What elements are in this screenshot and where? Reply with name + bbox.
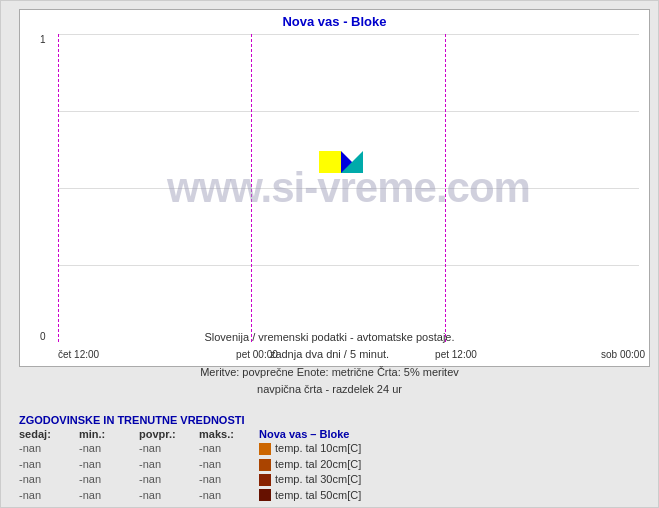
row1-maks: -nan	[199, 457, 259, 472]
header-station: Nova vas – Bloke	[259, 428, 350, 440]
row2-maks: -nan	[199, 472, 259, 487]
table-header-row: sedaj: min.: povpr.: maks.: Nova vas – B…	[19, 428, 650, 440]
table-section-title: ZGODOVINSKE IN TRENUTNE VREDNOSTI	[19, 414, 650, 426]
row2-label-cell: temp. tal 30cm[C]	[259, 472, 361, 487]
hline-25	[58, 111, 639, 112]
hline-75	[58, 265, 639, 266]
logo-yellow	[319, 151, 341, 173]
row2-povpr: -nan	[139, 472, 199, 487]
row0-maks: -nan	[199, 441, 259, 456]
logo-cyan-tri	[341, 151, 363, 173]
table-row: -nan -nan -nan -nan temp. tal 20cm[C]	[19, 457, 650, 472]
table-row: -nan -nan -nan -nan temp. tal 50cm[C]	[19, 488, 650, 503]
row1-label: temp. tal 20cm[C]	[275, 457, 361, 472]
row3-label: temp. tal 50cm[C]	[275, 488, 361, 503]
table-row: -nan -nan -nan -nan temp. tal 30cm[C]	[19, 472, 650, 487]
info-line4: navpična črta - razdelek 24 ur	[1, 381, 658, 399]
row3-maks: -nan	[199, 488, 259, 503]
row0-min: -nan	[79, 441, 139, 456]
row3-sedaj: -nan	[19, 488, 79, 503]
header-sedaj: sedaj:	[19, 428, 79, 440]
row3-min: -nan	[79, 488, 139, 503]
header-maks: maks.:	[199, 428, 259, 440]
row0-color-box	[259, 443, 271, 455]
row3-povpr: -nan	[139, 488, 199, 503]
row1-povpr: -nan	[139, 457, 199, 472]
row2-label: temp. tal 30cm[C]	[275, 472, 361, 487]
table-row: -nan -nan -nan -nan temp. tal 10cm[C]	[19, 441, 650, 456]
chart-inner: www.si-vreme.com	[58, 34, 639, 342]
row1-color-box	[259, 459, 271, 471]
row0-sedaj: -nan	[19, 441, 79, 456]
row3-label-cell: temp. tal 50cm[C]	[259, 488, 361, 503]
chart-title: Nova vas - Bloke	[20, 10, 649, 31]
row2-color-box	[259, 474, 271, 486]
chart-container: Nova vas - Bloke 1 0 www.si-vreme.com	[19, 9, 650, 367]
y-axis-top: 1	[40, 34, 46, 45]
info-line1: Slovenija / vremenski podatki - avtomats…	[1, 329, 658, 347]
hline-top	[58, 34, 639, 35]
info-text: Slovenija / vremenski podatki - avtomats…	[1, 329, 658, 399]
data-table-section: ZGODOVINSKE IN TRENUTNE VREDNOSTI sedaj:…	[19, 414, 650, 503]
row3-color-box	[259, 489, 271, 501]
header-min: min.:	[79, 428, 139, 440]
row0-label: temp. tal 10cm[C]	[275, 441, 361, 456]
row1-min: -nan	[79, 457, 139, 472]
hline-50	[58, 188, 639, 189]
row0-povpr: -nan	[139, 441, 199, 456]
vline-0	[58, 34, 59, 342]
row1-label-cell: temp. tal 20cm[C]	[259, 457, 361, 472]
page-container: www.si-vreme.com Nova vas - Bloke 1 0 ww…	[0, 0, 659, 508]
vline-1	[251, 34, 252, 342]
row1-sedaj: -nan	[19, 457, 79, 472]
info-line3: Meritve: povprečne Enote: metrične Črta:…	[1, 364, 658, 382]
row0-label-cell: temp. tal 10cm[C]	[259, 441, 361, 456]
row2-min: -nan	[79, 472, 139, 487]
header-povpr: povpr.:	[139, 428, 199, 440]
row2-sedaj: -nan	[19, 472, 79, 487]
info-line2: zadnja dva dni / 5 minut.	[1, 346, 658, 364]
vline-2	[445, 34, 446, 342]
